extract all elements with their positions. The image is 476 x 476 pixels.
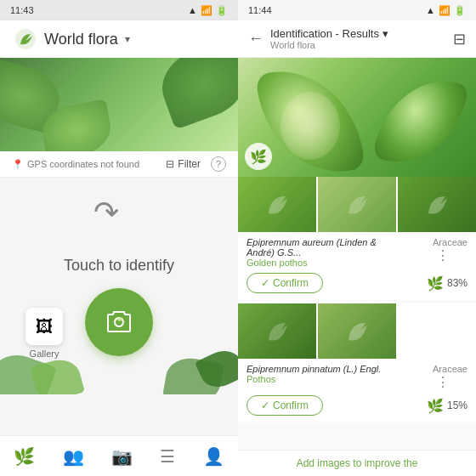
time-right: 11:44 bbox=[248, 5, 272, 15]
left-panel: 11:43 ▲ 📶 🔋 World flora ▾ 📍 GPS coordina… bbox=[0, 0, 238, 476]
hero-leaf-1 bbox=[152, 58, 238, 130]
right-panel: 11:44 ▲ 📶 🔋 ← Identification - Results ▾… bbox=[238, 0, 476, 476]
result-common-1: Golden pothos bbox=[246, 258, 382, 268]
result-scientific-2: Epipremnum pinnatum (L.) Engl. bbox=[246, 364, 381, 374]
results-title: Identification - Results ▾ bbox=[270, 27, 446, 40]
signal-icon: ▲ bbox=[188, 5, 197, 15]
result-common-2: Pothos bbox=[246, 374, 381, 384]
main-leaf-spots bbox=[280, 92, 340, 160]
result-info-1: Epipremnum aureum (Linden & André) G.S..… bbox=[238, 232, 476, 271]
checkmark-icon-1: ✓ bbox=[261, 277, 269, 289]
location-icon: 📍 bbox=[12, 159, 24, 170]
touch-hint: Touch to identify bbox=[64, 257, 174, 275]
header-text: Identification - Results ▾ World flora bbox=[270, 27, 446, 50]
result-photos-2 bbox=[238, 303, 476, 359]
result-actions-2: ✓ Confirm 🌿 15% bbox=[238, 394, 476, 416]
time-left: 11:43 bbox=[10, 5, 34, 15]
filter-icon-right[interactable]: ⊟ bbox=[453, 30, 466, 48]
main-leaf-2 bbox=[371, 66, 469, 177]
score-badge-2: 🌿 15% bbox=[427, 398, 468, 414]
toolbar-left: 📍 GPS coordinates not found ⊟ Filter ? bbox=[0, 151, 238, 178]
flora-icon: 🌿 bbox=[14, 446, 35, 467]
leaf-badge: 🌿 bbox=[245, 143, 272, 170]
add-images-banner[interactable]: Add images to improve the bbox=[238, 450, 476, 476]
confirm-button-2[interactable]: ✓ Confirm bbox=[246, 395, 323, 416]
score-leaf-icon-1: 🌿 bbox=[427, 275, 444, 292]
list-icon: ☰ bbox=[160, 446, 175, 467]
profile-icon: 👤 bbox=[203, 446, 224, 467]
result-photo-1a bbox=[238, 177, 316, 232]
nav-item-profile[interactable]: 👤 bbox=[196, 443, 231, 470]
hero-image bbox=[0, 58, 238, 151]
signal-icon-right: ▲ bbox=[426, 5, 435, 15]
app-logo bbox=[14, 27, 37, 51]
filter-button[interactable]: ⊟ Filter bbox=[166, 158, 201, 170]
nav-item-community[interactable]: 👥 bbox=[56, 443, 91, 470]
filter-icon: ⊟ bbox=[166, 158, 174, 170]
main-identification-photo: 🌿 bbox=[238, 58, 476, 177]
status-bar-left: 11:43 ▲ 📶 🔋 bbox=[0, 0, 238, 20]
app-title: World flora bbox=[44, 31, 118, 48]
more-options-2[interactable]: ⋮ bbox=[433, 375, 453, 389]
dropdown-arrow[interactable]: ▾ bbox=[125, 33, 130, 45]
wifi-icon: 📶 bbox=[201, 5, 212, 16]
more-options-1[interactable]: ⋮ bbox=[433, 248, 453, 263]
confirm-button-1[interactable]: ✓ Confirm bbox=[246, 273, 323, 293]
result-photo-2b bbox=[318, 303, 396, 359]
camera-area: ↷ Touch to identify 🖼 Gallery bbox=[0, 178, 238, 435]
score-leaf-icon-2: 🌿 bbox=[427, 398, 444, 414]
score-badge-1: 🌿 83% bbox=[427, 275, 468, 292]
result-item-1: Epipremnum aureum (Linden & André) G.S..… bbox=[238, 177, 476, 300]
battery-icon: 🔋 bbox=[216, 5, 228, 16]
result-photos-1 bbox=[238, 177, 476, 232]
result-photo-1c bbox=[398, 177, 476, 232]
results-header: ← Identification - Results ▾ World flora… bbox=[238, 20, 476, 58]
nav-item-flora[interactable]: 🌿 bbox=[7, 443, 42, 470]
result-family-2: Araceae bbox=[433, 364, 468, 374]
battery-icon-right: 🔋 bbox=[454, 5, 466, 16]
wifi-icon-right: 📶 bbox=[439, 5, 450, 16]
bottom-decoration bbox=[0, 326, 238, 394]
results-subtitle: World flora bbox=[270, 40, 446, 50]
camera-nav-icon: 📷 bbox=[111, 446, 133, 467]
status-icons-left: ▲ 📶 🔋 bbox=[188, 5, 228, 16]
arrow-hint: ↷ bbox=[94, 195, 119, 230]
community-icon: 👥 bbox=[63, 446, 84, 467]
result-family-1: Araceae bbox=[433, 237, 468, 247]
result-photo-2c bbox=[398, 303, 476, 359]
gps-status: 📍 GPS coordinates not found bbox=[12, 159, 139, 170]
bottom-nav-left: 🌿 👥 📷 ☰ 👤 bbox=[0, 435, 238, 476]
app-header-left: World flora ▾ bbox=[0, 20, 238, 58]
result-info-2: Epipremnum pinnatum (L.) Engl. Pothos Ar… bbox=[238, 359, 476, 394]
result-photo-2a bbox=[238, 303, 316, 359]
nav-item-list[interactable]: ☰ bbox=[153, 443, 182, 470]
status-icons-right: ▲ 📶 🔋 bbox=[426, 5, 466, 16]
result-photo-1b bbox=[318, 177, 396, 232]
checkmark-icon-2: ✓ bbox=[261, 400, 269, 411]
results-list: Epipremnum aureum (Linden & André) G.S..… bbox=[238, 177, 476, 450]
result-item-2: Epipremnum pinnatum (L.) Engl. Pothos Ar… bbox=[238, 303, 476, 422]
help-icon[interactable]: ? bbox=[211, 156, 226, 172]
nav-item-camera[interactable]: 📷 bbox=[105, 443, 139, 470]
back-button[interactable]: ← bbox=[248, 30, 264, 48]
result-actions-1: ✓ Confirm 🌿 83% bbox=[238, 271, 476, 293]
status-bar-right: 11:44 ▲ 📶 🔋 bbox=[238, 0, 476, 20]
result-scientific-1: Epipremnum aureum (Linden & André) G.S..… bbox=[246, 237, 382, 258]
